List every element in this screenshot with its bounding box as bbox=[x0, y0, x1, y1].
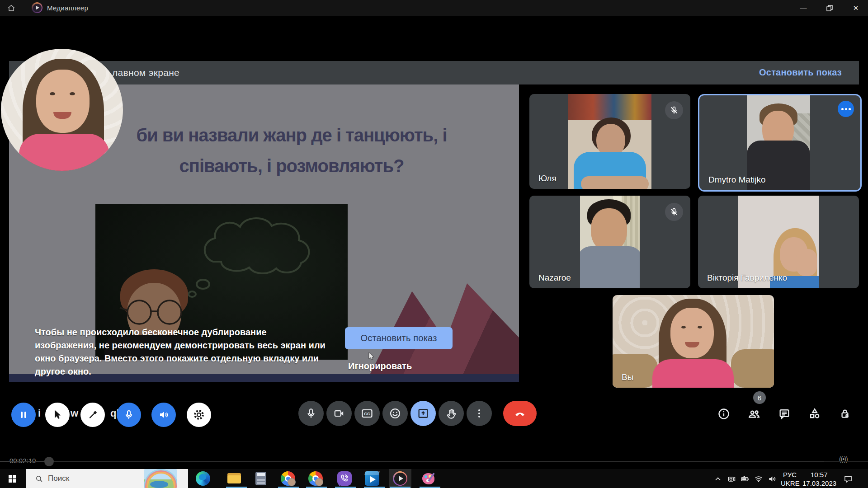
tray-clock-date[interactable]: 17.03.2023 bbox=[802, 479, 836, 487]
ignore-button[interactable]: Игнорировать bbox=[348, 361, 412, 371]
people-icon bbox=[747, 407, 761, 421]
meeting-info-button[interactable] bbox=[717, 407, 731, 421]
taskbar-calculator-icon[interactable] bbox=[254, 471, 268, 486]
taskbar-viber-icon[interactable] bbox=[337, 471, 352, 486]
recorder-pause-button[interactable] bbox=[11, 403, 36, 427]
taskbar-chrome-icon[interactable] bbox=[281, 471, 295, 486]
widgets-weather-icon[interactable] bbox=[144, 469, 177, 488]
participant-video bbox=[613, 295, 774, 388]
taskbar-chrome-icon-2[interactable] bbox=[308, 471, 323, 486]
slide-title-line2: співають, і розмовляють? bbox=[77, 150, 506, 181]
start-button[interactable] bbox=[9, 475, 16, 483]
cursor-arrow-icon bbox=[52, 409, 62, 420]
participant-video bbox=[580, 196, 640, 288]
captions-button[interactable]: CC bbox=[354, 401, 380, 426]
tray-language-secondary[interactable]: UKRE bbox=[781, 479, 800, 487]
mic-off-icon bbox=[670, 207, 679, 216]
close-button[interactable]: ✕ bbox=[845, 0, 866, 16]
window-title: Медиаплеер bbox=[47, 4, 88, 12]
lock-icon bbox=[839, 408, 851, 420]
people-count-badge: 6 bbox=[753, 391, 766, 404]
home-icon[interactable] bbox=[7, 4, 16, 13]
mic-muted-indicator bbox=[665, 203, 683, 221]
camera-icon bbox=[333, 408, 345, 419]
restore-icon bbox=[826, 5, 833, 11]
slide-title-line1: би ви назвали жанр де і танцюють, і bbox=[77, 120, 506, 150]
chrome-profile-avatar bbox=[288, 478, 296, 486]
taskbar-file-explorer-icon[interactable] bbox=[227, 471, 241, 486]
participant-tile-viktoriia[interactable]: Вікторія Гавриленко bbox=[698, 196, 859, 288]
viber-phone-icon bbox=[340, 474, 349, 483]
raise-hand-icon bbox=[445, 408, 458, 420]
tray-camera-icon[interactable] bbox=[727, 474, 736, 483]
more-options-button[interactable] bbox=[467, 401, 492, 426]
slide-title: би ви назвали жанр де і танцюють, і спів… bbox=[77, 120, 506, 181]
recorder-speaker-button[interactable] bbox=[151, 403, 176, 427]
activities-button[interactable] bbox=[808, 407, 821, 421]
info-icon bbox=[717, 408, 730, 420]
recorder-cursor-button[interactable] bbox=[45, 403, 70, 427]
participant-tile-self[interactable]: Вы bbox=[613, 295, 774, 388]
minimize-button[interactable]: — bbox=[793, 0, 814, 16]
activities-icon bbox=[808, 407, 821, 421]
raise-hand-button[interactable] bbox=[439, 401, 464, 426]
reactions-button[interactable] bbox=[382, 401, 408, 426]
mouse-cursor-icon bbox=[368, 352, 376, 361]
seek-bar-tail bbox=[824, 461, 868, 462]
smile-emoji-icon bbox=[389, 407, 401, 420]
participant-tile-nazaroe[interactable]: Nazaroe bbox=[529, 196, 690, 288]
stop-presenting-link[interactable]: Остановить показ bbox=[759, 67, 842, 78]
taskbar-movies-tv-icon[interactable] bbox=[365, 471, 379, 486]
presenting-banner-text: лавном экране bbox=[112, 67, 179, 78]
present-screen-icon bbox=[417, 407, 429, 420]
restore-button[interactable] bbox=[819, 0, 840, 16]
tray-wifi-icon[interactable] bbox=[754, 474, 763, 483]
svg-text:CC: CC bbox=[364, 412, 370, 416]
presenting-banner: лавном экране Остановить показ bbox=[9, 61, 859, 84]
tray-language-primary[interactable]: РУС bbox=[783, 471, 797, 479]
gear-icon bbox=[193, 409, 205, 421]
mic-off-icon bbox=[670, 106, 679, 115]
chrome-profile-avatar bbox=[315, 478, 323, 486]
mic-icon bbox=[123, 409, 134, 420]
self-view-webcam-bubble[interactable] bbox=[1, 49, 123, 171]
notification-center-icon[interactable] bbox=[844, 474, 853, 483]
host-controls-button[interactable] bbox=[838, 407, 852, 421]
more-vertical-icon bbox=[474, 408, 485, 419]
background-url-fragment: i bbox=[38, 408, 41, 419]
participants-button[interactable] bbox=[747, 407, 761, 421]
media-player-logo-icon bbox=[32, 2, 42, 13]
tray-volume-icon[interactable] bbox=[768, 474, 777, 483]
tray-clock-time[interactable]: 10:57 bbox=[811, 471, 828, 479]
end-call-icon bbox=[513, 407, 527, 420]
tile-more-options-button[interactable] bbox=[838, 101, 854, 117]
camera-button[interactable] bbox=[326, 401, 352, 426]
background-url-fragment: w bbox=[71, 408, 78, 419]
participant-tile-yulya[interactable]: Юля bbox=[529, 94, 690, 189]
end-call-button[interactable] bbox=[503, 401, 537, 426]
mic-button[interactable] bbox=[298, 401, 324, 426]
present-screen-button[interactable] bbox=[410, 401, 436, 426]
search-icon bbox=[35, 475, 43, 483]
recorder-pen-button[interactable] bbox=[80, 403, 105, 427]
taskbar bbox=[0, 469, 868, 488]
participant-tile-dmytro[interactable]: Dmytro Matijko bbox=[698, 94, 862, 192]
recorder-settings-button[interactable] bbox=[187, 403, 211, 427]
speaker-icon bbox=[158, 409, 169, 420]
taskbar-media-player-icon[interactable] bbox=[393, 471, 407, 486]
seek-bar[interactable] bbox=[0, 461, 868, 462]
window-titlebar: Медиаплеер — ✕ bbox=[0, 0, 868, 16]
taskbar-edge-icon[interactable] bbox=[196, 471, 210, 486]
tray-battery-icon[interactable] bbox=[741, 474, 750, 483]
stop-presenting-button[interactable]: Остановить показ bbox=[345, 327, 453, 349]
recorder-mic-button[interactable] bbox=[117, 403, 141, 427]
search-input[interactable] bbox=[47, 474, 130, 483]
participant-video bbox=[568, 94, 651, 189]
seek-knob[interactable] bbox=[44, 457, 54, 466]
tray-chevron-up-icon[interactable] bbox=[713, 474, 722, 483]
taskbar-paint-icon[interactable] bbox=[421, 471, 436, 486]
participant-name: Вы bbox=[622, 372, 633, 382]
duplication-warning-text: Чтобы не происходило бесконечное дублиро… bbox=[35, 326, 326, 378]
chat-button[interactable] bbox=[778, 407, 791, 421]
seek-bar-played bbox=[0, 461, 49, 462]
